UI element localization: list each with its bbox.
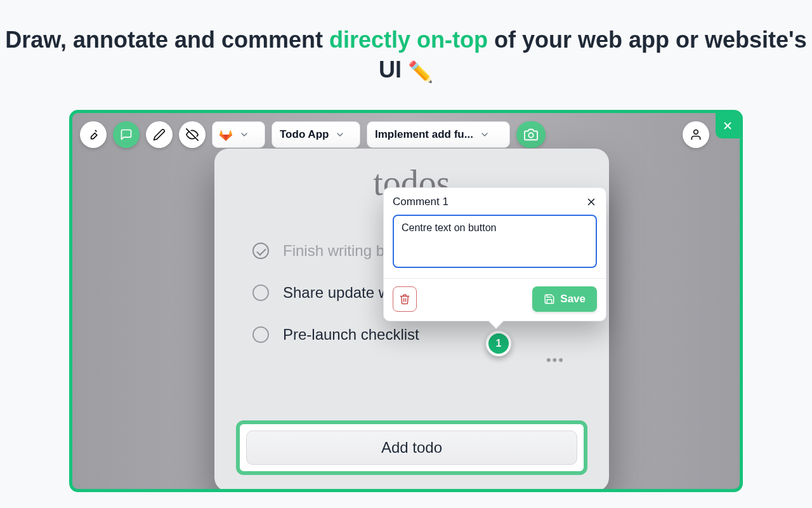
project-label: Todo App <box>280 128 329 141</box>
headline-accent: directly on-top <box>329 27 488 53</box>
account-button[interactable] <box>683 121 709 148</box>
annotation-frame: Todo App Implement add fu... todos Fi <box>69 110 743 492</box>
dots-icon: ••• <box>546 352 565 368</box>
comment-textarea[interactable] <box>393 215 597 268</box>
gitlab-icon <box>219 128 233 142</box>
check-circle-icon[interactable] <box>252 243 269 259</box>
popover-close-button[interactable] <box>586 196 597 208</box>
pin-number: 1 <box>496 338 502 349</box>
project-dropdown[interactable]: Todo App <box>272 121 360 148</box>
marker-icon <box>87 128 100 141</box>
chevron-down-icon <box>480 130 490 140</box>
comment-tool-button[interactable] <box>113 121 140 148</box>
svg-point-3 <box>528 133 533 137</box>
headline: Draw, annotate and comment directly on-t… <box>0 0 812 85</box>
circle-icon[interactable] <box>252 284 269 301</box>
visibility-toggle-button[interactable] <box>179 121 206 148</box>
chat-icon <box>120 128 133 141</box>
chevron-down-icon <box>335 130 345 140</box>
circle-icon[interactable] <box>252 326 269 343</box>
add-todo-highlight: Add todo <box>236 420 587 475</box>
camera-icon <box>524 128 538 142</box>
comment-popover: Comment 1 Save <box>383 187 606 321</box>
delete-comment-button[interactable] <box>393 286 417 312</box>
add-todo-button[interactable]: Add todo <box>246 431 577 465</box>
integration-dropdown[interactable] <box>212 121 265 148</box>
screenshot-button[interactable] <box>516 121 546 148</box>
trash-icon <box>399 293 410 305</box>
marker-tool-button[interactable] <box>80 121 107 148</box>
svg-point-4 <box>694 130 698 135</box>
add-todo-label: Add todo <box>381 439 442 457</box>
pencil-emoji: ✏️ <box>408 60 433 83</box>
issue-label: Implement add fu... <box>375 128 473 141</box>
popover-title: Comment 1 <box>393 196 449 208</box>
toolbar: Todo App Implement add fu... <box>80 121 732 149</box>
pen-tool-button[interactable] <box>146 121 173 148</box>
comment-pin[interactable]: 1 <box>486 331 511 356</box>
issue-dropdown[interactable]: Implement add fu... <box>367 121 510 148</box>
user-icon <box>690 128 702 141</box>
save-label: Save <box>560 293 586 305</box>
close-icon <box>586 196 597 208</box>
more-options-button[interactable]: ••• <box>546 352 565 368</box>
chevron-down-icon <box>239 130 249 140</box>
todo-text: Pre-launch checklist <box>283 326 419 344</box>
save-comment-button[interactable]: Save <box>532 286 597 312</box>
save-icon <box>544 293 555 305</box>
eye-off-icon <box>186 128 199 141</box>
pen-icon <box>153 128 166 141</box>
headline-prefix: Draw, annotate and comment <box>5 27 329 53</box>
